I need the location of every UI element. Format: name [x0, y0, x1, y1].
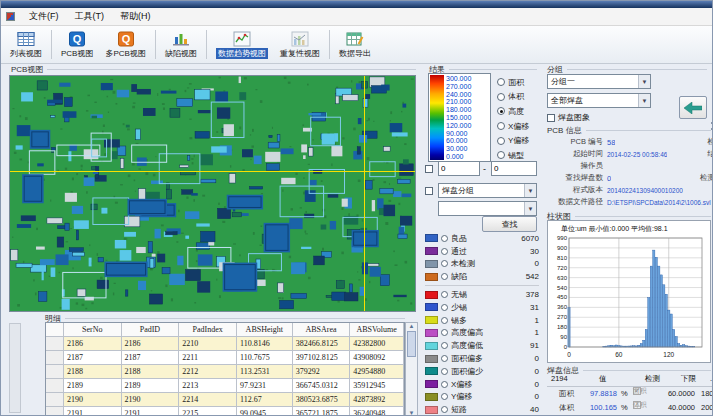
metric-option-高度[interactable]: 高度	[497, 104, 529, 119]
row-selector[interactable]	[46, 393, 64, 407]
result-item-短路[interactable]: 短路40	[425, 403, 539, 416]
radio-icon[interactable]	[441, 406, 448, 413]
metric-option-面积[interactable]: 面积	[497, 75, 529, 90]
scale-tick-label: 180.000	[446, 106, 489, 113]
result-item-良品[interactable]: 良品6070	[425, 232, 539, 245]
pad-image-checkbox-row[interactable]: 焊盘图象	[547, 112, 590, 123]
row-selector[interactable]	[46, 365, 64, 379]
table-row[interactable]: 218621862210110.8146382466.812542382800	[46, 337, 404, 351]
row-selector[interactable]	[46, 337, 64, 351]
pad-image-checkbox[interactable]	[547, 114, 555, 122]
row-selector[interactable]	[46, 379, 64, 393]
result-item-面积偏多[interactable]: 面积偏多0	[425, 352, 539, 365]
menu-item-help[interactable]: 帮助(H)	[112, 9, 159, 23]
menu-item-tools[interactable]: 工具(T)	[67, 9, 113, 23]
result-item-高度偏低[interactable]: 高度偏低91	[425, 339, 539, 352]
row-selector[interactable]	[46, 407, 64, 416]
scale-tick-label: 30.000	[446, 145, 489, 152]
toolbar-button-pcb-view[interactable]: QPCB视图	[55, 27, 99, 62]
radio-icon[interactable]	[441, 317, 448, 324]
column-header-PadID[interactable]: PadID	[122, 323, 180, 337]
table-row[interactable]: 219021902214112.67380523.687542873892	[46, 393, 404, 407]
row-selector[interactable]	[46, 351, 64, 365]
pcb-info-value: 2014-02-25 00:58:46	[607, 151, 667, 158]
result-item-label: Y偏移	[451, 391, 532, 402]
toolbar-button-data-trend-view[interactable]: 数据趋势视图	[210, 27, 274, 62]
range-filter-checkbox[interactable]	[425, 165, 433, 173]
column-header-ABSArea[interactable]: ABSArea	[293, 323, 351, 337]
column-header-ABSVolume[interactable]: ABSVolume	[350, 323, 404, 337]
toolbar-button-list-view[interactable]: 列表视图	[4, 27, 48, 62]
pad-group-checkbox[interactable]	[425, 187, 433, 195]
scroll-up-icon[interactable]: ▲	[409, 323, 415, 329]
metric-option-Y偏移[interactable]: Y偏移	[497, 133, 529, 148]
result-item-缺陷[interactable]: 缺陷542	[425, 270, 539, 283]
column-header-SerNo[interactable]: SerNo	[64, 323, 122, 337]
radio-icon[interactable]	[441, 235, 448, 242]
radio-icon[interactable]	[441, 393, 448, 400]
radio-icon[interactable]	[441, 291, 448, 298]
table-row[interactable]: 21912191221599.0945365721.187536240948	[46, 407, 404, 416]
radio-icon[interactable]	[497, 137, 505, 145]
radio-icon[interactable]	[441, 260, 448, 267]
toolbar-button-repeat-view[interactable]: 重复性视图	[274, 27, 326, 62]
pcb-image-view[interactable]	[9, 75, 416, 312]
result-item-面积偏少[interactable]: 面积偏少0	[425, 365, 539, 378]
toolbar-button-label: 列表视图	[10, 48, 42, 59]
pcb-canvas[interactable]	[10, 76, 415, 311]
result-item-Y偏移[interactable]: Y偏移0	[425, 391, 539, 404]
scale-tick-label: 150.000	[446, 114, 489, 121]
info-panel: 分组 分组一 ▼ 全部焊盘 ▼ 焊盘图象 PCB 信息 PCB 编号58检起始时…	[547, 64, 713, 415]
menu-item-file[interactable]: 文件(F)	[21, 9, 67, 23]
result-item-高度偏高[interactable]: 高度偏高1	[425, 327, 539, 340]
scroll-down-icon[interactable]: ▼	[409, 410, 415, 416]
title-bar[interactable]	[1, 1, 712, 8]
search-button[interactable]: 查找	[482, 216, 537, 232]
result-item-count: 30	[530, 247, 539, 256]
result-item-X偏移[interactable]: X偏移0	[425, 378, 539, 391]
radio-icon[interactable]	[497, 107, 505, 115]
toolbar-button-defect-view[interactable]: 缺陷视图	[159, 27, 203, 62]
radio-icon[interactable]	[441, 304, 448, 311]
radio-icon[interactable]	[441, 368, 448, 375]
scale-tick-label: 240.000	[446, 91, 489, 98]
result-list: 良品6070通过30未检测0缺陷542无锡378少锡31锡多1高度偏高1高度偏低…	[425, 232, 539, 416]
range-from-input[interactable]	[438, 161, 480, 176]
result-item-通过[interactable]: 通过30	[425, 245, 539, 258]
pads-dropdown[interactable]: 全部焊盘 ▼	[547, 93, 651, 108]
range-to-input[interactable]	[491, 161, 537, 176]
result-item-少锡[interactable]: 少锡31	[425, 301, 539, 314]
pcb-info-label: 起始时间	[547, 149, 603, 159]
table-cell: 2187	[122, 351, 180, 365]
secondary-dropdown[interactable]: ▼	[438, 201, 537, 216]
column-header-PadIndex[interactable]: PadIndex	[179, 323, 237, 337]
result-item-无锡[interactable]: 无锡378	[425, 288, 539, 301]
radio-icon[interactable]	[441, 329, 448, 336]
toolbar-button-data-export[interactable]: 数据导出	[333, 27, 377, 62]
radio-icon[interactable]	[497, 93, 505, 101]
group-dropdown[interactable]: 分组一 ▼	[547, 74, 651, 89]
result-item-锡多[interactable]: 锡多1	[425, 314, 539, 327]
radio-icon[interactable]	[497, 122, 505, 130]
table-row[interactable]: 218821882212113.253137929242954880	[46, 365, 404, 379]
metric-option-X偏移[interactable]: X偏移	[497, 119, 529, 134]
detail-table-scrollbar[interactable]: ▲ ▼	[405, 322, 418, 416]
radio-icon[interactable]	[497, 151, 505, 159]
pad-group-dropdown[interactable]: 焊盘分组 ▼	[438, 183, 537, 198]
pcb-info-clipped-label: 结	[708, 149, 713, 159]
radio-icon[interactable]	[441, 248, 448, 255]
radio-icon[interactable]	[441, 342, 448, 349]
column-header-ABSHeight[interactable]: ABSHeight	[237, 323, 293, 337]
radio-icon[interactable]	[441, 355, 448, 362]
toolbar-button-multi-pcb-view[interactable]: Q多PCB视图	[99, 27, 151, 62]
scrollbar-thumb[interactable]	[407, 331, 416, 357]
table-cell: 2189	[64, 379, 122, 393]
table-row[interactable]: 21892189221397.9231366745.031235912945	[46, 379, 404, 393]
radio-icon[interactable]	[441, 381, 448, 388]
radio-icon[interactable]	[497, 78, 505, 86]
metric-option-体积[interactable]: 体积	[497, 90, 529, 105]
radio-icon[interactable]	[441, 273, 448, 280]
result-item-未检测[interactable]: 未检测0	[425, 258, 539, 271]
table-row[interactable]: 218721872211110.7675397102.812543908092	[46, 351, 404, 365]
back-button[interactable]	[679, 96, 707, 119]
